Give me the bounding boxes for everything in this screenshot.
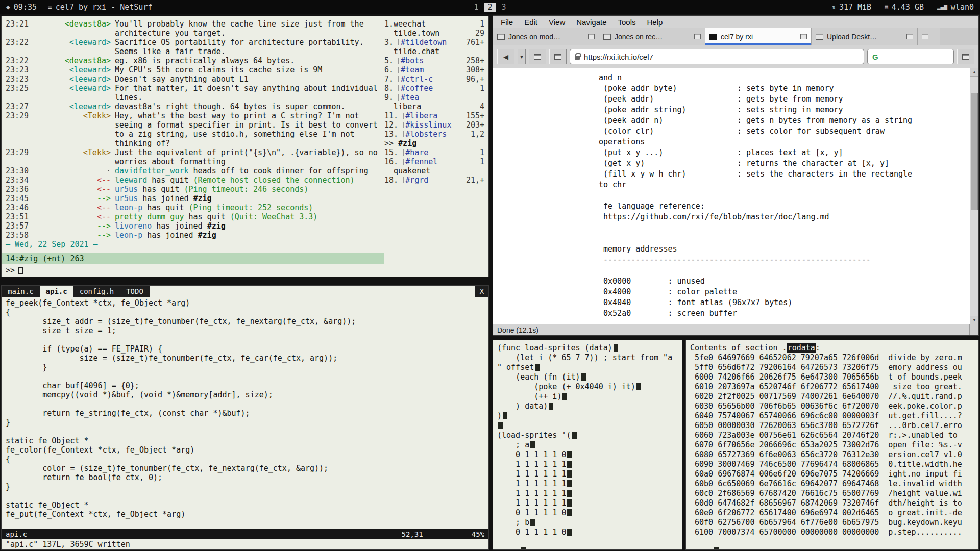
browser-tab[interactable]: Jones on mod… xyxy=(493,28,599,45)
editor-tab-api.c[interactable]: api.c xyxy=(40,286,74,297)
workspace-3[interactable]: 3 xyxy=(498,3,510,12)
message-prefix: <leeward> xyxy=(31,102,111,111)
hexdump-text: Contents of section .rodata: 5fe0 646976… xyxy=(690,343,978,537)
back-history-dropdown[interactable]: ▾ xyxy=(518,49,526,64)
sprites-pager-window: (func load-sprites (data) (let i (* 65 7… xyxy=(493,340,682,550)
pager-line: 0 1 1 1 1 0 xyxy=(497,450,682,460)
message-text: For that matter, it doesn't say anything… xyxy=(115,84,384,102)
chat-line: 23:23<leeward>My CPU's 5th core claims i… xyxy=(6,65,384,74)
tabline-close-button[interactable]: X xyxy=(475,286,488,297)
chat-line: 23:21<devast8a>You'll probably know the … xyxy=(6,19,384,38)
pager-line: 1 1 1 1 1 1 xyxy=(497,489,682,498)
editor-code-text[interactable]: fe_peek(fe_Context *ctx, fe_Object *arg)… xyxy=(2,297,488,528)
buflist-item-team[interactable]: 6. #team308+ xyxy=(384,65,484,74)
buflist-item-kisslinux[interactable]: 12. #kisslinux203+ xyxy=(384,120,484,130)
buflist-item-libera[interactable]: 11. #libera155+ xyxy=(384,111,484,120)
chat-line: 23:29<Tekk>Hey, what's the best way to p… xyxy=(6,111,384,148)
message-text: Just the equivalent of print("{s}\n", .{… xyxy=(115,148,384,166)
menu-navigate[interactable]: Navigate xyxy=(571,18,612,27)
pager-prompt[interactable]: : xyxy=(690,537,978,547)
buflist-item-quakenet[interactable]: quakenet xyxy=(384,166,484,176)
message-text: Sacrifice OS portability for architectur… xyxy=(115,38,384,56)
carriage-return-mark-icon xyxy=(562,393,567,400)
scroll-down-button[interactable]: ▼ xyxy=(970,316,978,324)
pager-line: ) xyxy=(497,411,682,421)
editor-tab-TODO[interactable]: TODO xyxy=(120,286,150,297)
buflist-indent-bar xyxy=(403,131,404,137)
pager-prompt[interactable]: : xyxy=(497,537,682,547)
message-time: 23:21 xyxy=(6,19,31,29)
menu-help[interactable]: Help xyxy=(642,18,669,27)
status-diamond-icon: ◆ xyxy=(6,3,10,11)
wm-status-bar: ◆ 09:35 ≡ cel7 by rxi - NetSurf 123 ⇅ 31… xyxy=(0,0,980,14)
buflist-item-ctrl-c[interactable]: 7. #ctrl-c96,+ xyxy=(384,74,484,84)
focused-window-title: ≡ cel7 by rxi - NetSurf xyxy=(48,3,152,12)
buflist-item-weechat[interactable]: 1.weechat1 xyxy=(384,19,484,29)
tab-page-icon xyxy=(588,34,595,39)
editor-tab-main.c[interactable]: main.c xyxy=(2,286,40,297)
reload-button[interactable] xyxy=(549,49,567,64)
menu-file[interactable]: File xyxy=(495,18,519,27)
buflist-item-hare[interactable]: 15. #hare1 xyxy=(384,148,484,157)
buflist-item-rgrd[interactable]: 18. #rgrd21,+ xyxy=(384,176,484,185)
menu-edit[interactable]: Edit xyxy=(519,18,543,27)
clock-area: ◆ 09:35 xyxy=(6,3,37,12)
buflist-item-bots[interactable]: 5. #bots258+ xyxy=(384,56,484,65)
workspace-2[interactable]: 2 xyxy=(484,3,496,12)
chat-line: — Wed, 22 Sep 2021 — xyxy=(6,240,384,249)
new-tab-stub[interactable] xyxy=(918,28,940,45)
buflist-item-coffee[interactable]: 8. #coffee1 xyxy=(384,84,484,93)
chat-line: 23:22<devast8a>eg. x86 is practically al… xyxy=(6,56,384,65)
resize-grip[interactable] xyxy=(969,324,978,335)
scrollbar-thumb[interactable] xyxy=(971,93,978,210)
browser-tab[interactable]: cel7 by rxi xyxy=(705,28,812,45)
buflist-item-tilde.chat[interactable]: tilde.chat xyxy=(384,47,484,56)
editor-tabline: main.capi.cconfig.hTODOX xyxy=(2,286,488,297)
window-icon xyxy=(962,54,969,60)
buflist-item-tea[interactable]: 9. #tea xyxy=(384,93,484,102)
buflist-item-fennel[interactable]: 16. #fennel1 xyxy=(384,157,484,166)
message-prefix: <-- xyxy=(31,212,111,221)
weechat-status-bar: 14:#zig (+nt) 263 xyxy=(2,253,384,264)
buflist-indent-bar xyxy=(398,76,399,82)
buflist-item-libera[interactable]: libera4 xyxy=(384,102,484,111)
buflist-item-zig[interactable]: >> #zig xyxy=(384,139,484,148)
menu-tools[interactable]: Tools xyxy=(612,18,641,27)
scroll-up-button[interactable]: ▲ xyxy=(970,68,978,77)
vertical-scrollbar[interactable]: ▲ ▼ xyxy=(970,68,978,324)
forward-button[interactable] xyxy=(529,49,546,64)
buflist-item-tildetown[interactable]: 3. #tildetown761+ xyxy=(384,38,484,47)
web-search-box[interactable]: G xyxy=(867,49,954,64)
buflist-item-lobsters[interactable]: 13. #lobsters1,2 xyxy=(384,130,484,139)
message-prefix: <devast8a> xyxy=(31,56,111,65)
message-prefix: <leeward> xyxy=(31,38,111,47)
buflist-indent-bar xyxy=(398,67,399,73)
toolbar-extra-button[interactable] xyxy=(957,49,974,64)
buflist-indent-bar xyxy=(398,39,399,45)
search-highlight: rodata xyxy=(787,343,816,353)
editor-tab-config.h[interactable]: config.h xyxy=(74,286,120,297)
url-text: https://rxi.itch.io/cel7 xyxy=(584,53,653,61)
browser-tab[interactable]: Upload Deskt… xyxy=(812,28,918,45)
workspace-1[interactable]: 1 xyxy=(470,3,482,12)
back-button[interactable]: ◀ xyxy=(497,49,514,64)
chat-line: 23:22<leeward>Sacrifice OS portability f… xyxy=(6,38,384,56)
browser-tab[interactable]: Jones on rec… xyxy=(599,28,705,45)
buflist-item-tilde.town[interactable]: tilde.town29 xyxy=(384,29,484,38)
chat-line: 23:36<--ur5us has quit (Ping timeout: 24… xyxy=(6,185,384,194)
message-text: Doesn't say anything about L1 xyxy=(115,74,384,84)
menu-view[interactable]: View xyxy=(543,18,571,27)
url-bar[interactable]: https://rxi.itch.io/cel7 xyxy=(570,49,864,64)
pager-line: (let i (* 65 7 7)) ; start from "a xyxy=(497,353,682,363)
message-text: leeward has quit (Remote host closed the… xyxy=(115,176,384,185)
carriage-return-mark-icon xyxy=(567,470,572,478)
message-text: leon-p has joined #zig xyxy=(115,231,384,240)
message-prefix: --> xyxy=(31,194,111,203)
disk-value: 4.43 GB xyxy=(892,3,924,12)
buffer-list: 1.weechat1 tilde.town293. #tildetown761+… xyxy=(383,16,488,277)
message-prefix: <leeward> xyxy=(31,84,111,93)
pager-line: 1 1 1 1 1 1 xyxy=(497,469,682,479)
chat-line: 23:34<--leeward has quit (Remote host cl… xyxy=(6,176,384,185)
window-title-text: cel7 by rxi - NetSurf xyxy=(56,3,153,12)
weechat-input-line[interactable]: >> xyxy=(2,264,384,277)
